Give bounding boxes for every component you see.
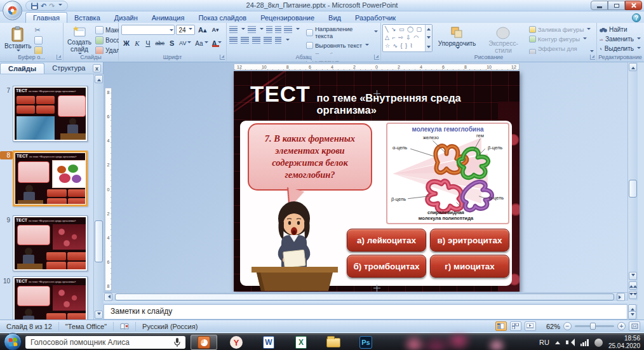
text-direction-button[interactable]: Направление текста xyxy=(305,25,379,40)
zoom-out-button[interactable]: − xyxy=(563,322,572,330)
select-button[interactable]: Выделить xyxy=(598,44,642,53)
restore-button[interactable] xyxy=(608,1,625,10)
shapes-scrollbar[interactable] xyxy=(425,25,432,51)
replace-button[interactable]: ab Заменить xyxy=(598,35,642,43)
font-size-combo[interactable]: 24 xyxy=(176,25,195,35)
justify-icon[interactable] xyxy=(264,37,272,44)
taskbar-photoshop-icon[interactable]: Ps xyxy=(352,335,379,350)
minimize-button[interactable] xyxy=(591,1,608,10)
shapes-row3-icons[interactable]: ☆ ∿ { } ⌇ xyxy=(385,42,430,50)
vertical-scrollbar[interactable] xyxy=(627,62,638,300)
font-color-button[interactable]: А xyxy=(210,38,224,48)
columns-icon[interactable] xyxy=(275,37,281,44)
shapes-row2-icons[interactable]: △ ⌐ ⇨ ⇩ ◠ xyxy=(385,34,430,42)
slide-title[interactable]: ТЕСТ по теме «Внутренняя среда организма… xyxy=(250,81,513,116)
view-normal-button[interactable] xyxy=(495,321,507,331)
tab-vid[interactable]: Вид xyxy=(321,13,348,23)
paste-button[interactable]: Вставить xyxy=(1,24,34,55)
align-text-button[interactable]: Выровнять текст xyxy=(305,41,379,50)
network-signal-icon[interactable] xyxy=(580,339,589,346)
panel-scrollbar[interactable] xyxy=(93,74,104,320)
office-button[interactable] xyxy=(3,1,22,20)
zoom-slider-thumb[interactable] xyxy=(590,323,596,330)
align-left-icon[interactable] xyxy=(229,37,238,44)
bullets-icon[interactable] xyxy=(229,26,238,33)
help-icon[interactable]: ? xyxy=(632,13,641,22)
strikethrough-button[interactable]: abc xyxy=(154,38,166,48)
find-button[interactable]: Найти xyxy=(598,25,642,34)
panel-tab-slides[interactable]: Слайды xyxy=(0,63,44,74)
tray-expand-icon[interactable] xyxy=(555,339,560,344)
thumbnail-slide-9[interactable]: 9 ТЕСТ по теме «Внутренняя среда организ… xyxy=(0,215,88,271)
taskbar-explorer-icon[interactable] xyxy=(320,335,347,350)
grow-font-button[interactable]: A▴ xyxy=(196,25,208,35)
new-slide-button[interactable]: Создать слайд xyxy=(65,24,94,58)
microphone-icon[interactable] xyxy=(174,338,180,347)
volume-icon[interactable] xyxy=(566,339,575,346)
line-spacing-icon[interactable] xyxy=(284,26,292,33)
italic-button[interactable]: К xyxy=(132,38,142,48)
panel-scroll-thumb[interactable] xyxy=(95,220,103,262)
horizontal-scrollbar[interactable] xyxy=(104,292,627,301)
view-slideshow-button[interactable] xyxy=(525,321,536,331)
change-case-button[interactable]: Aa xyxy=(194,38,210,48)
clipboard-dialog-launcher-icon[interactable] xyxy=(57,55,62,60)
tray-clock[interactable]: 18:56 25.04.2020 xyxy=(608,335,643,350)
shrink-font-button[interactable]: A▾ xyxy=(210,25,220,35)
shapes-gallery[interactable]: ╲ ↘ ▭ ◯ ▢ △ ⌐ ⇨ ⇩ ◠ ☆ ∿ { } ⌇ xyxy=(382,24,433,52)
status-spellcheck[interactable] xyxy=(114,322,136,331)
font-dialog-launcher-icon[interactable] xyxy=(220,55,225,60)
taskbar-word-icon[interactable]: W xyxy=(255,335,282,350)
align-right-icon[interactable] xyxy=(252,37,260,44)
tab-vstavka[interactable]: Вставка xyxy=(67,13,107,23)
thumbnail-slide-7[interactable]: 7 ТЕСТ по теме «Внутренняя среда организ… xyxy=(0,86,88,142)
bold-button[interactable]: Ж xyxy=(121,38,131,48)
zoom-level[interactable]: 62% xyxy=(546,323,560,330)
notes-pane[interactable]: Заметки к слайду xyxy=(104,304,627,320)
underline-button[interactable]: Ч xyxy=(143,38,153,48)
scroll-right-icon[interactable] xyxy=(617,293,625,301)
taskbar-powerpoint-icon[interactable] xyxy=(191,335,217,350)
tab-glavnaya[interactable]: Главная xyxy=(25,12,67,23)
teacher-character-image[interactable] xyxy=(252,194,338,291)
tab-razrabotchik[interactable]: Разработчик xyxy=(348,13,403,23)
previous-slide-button[interactable] xyxy=(629,281,637,290)
numbering-icon[interactable] xyxy=(248,26,256,33)
taskbar-yandex-icon[interactable]: Y xyxy=(223,335,250,350)
scroll-thumb[interactable] xyxy=(629,180,637,198)
zoom-slider[interactable] xyxy=(575,325,614,327)
answer-b-trombocity[interactable]: б) тромбоцитах xyxy=(347,255,426,278)
increase-indent-icon[interactable] xyxy=(275,26,281,33)
tab-recenzirovanie[interactable]: Рецензирование xyxy=(253,13,321,23)
tab-animaciya[interactable]: Анимация xyxy=(145,13,192,23)
scroll-up-icon[interactable] xyxy=(629,63,637,71)
zoom-in-button[interactable]: + xyxy=(617,322,626,330)
tray-language[interactable]: RU xyxy=(539,339,549,346)
align-center-icon[interactable] xyxy=(241,37,249,44)
hemoglobin-diagram[interactable]: молекула гемоглобина железо гем α-цепь β… xyxy=(386,123,509,224)
fit-to-window-button[interactable] xyxy=(629,321,640,331)
thumbnail-slide-8-selected[interactable]: 8 ТЕСТ по теме «Внутренняя среда организ… xyxy=(0,151,88,206)
thumbnail-slide-10[interactable]: 10 ТЕСТ по теме «Внутренняя среда органи… xyxy=(0,276,88,320)
taskbar-excel-icon[interactable]: X xyxy=(288,335,314,350)
paragraph-dialog-launcher-icon[interactable] xyxy=(374,55,379,60)
answer-a-leykocity[interactable]: а) лейкоцитах xyxy=(347,229,426,252)
cut-icon[interactable]: ✂ xyxy=(34,26,43,34)
decrease-indent-icon[interactable] xyxy=(266,26,272,33)
next-slide-button[interactable] xyxy=(629,291,637,299)
panel-close-icon[interactable]: x xyxy=(93,64,101,72)
view-sorter-button[interactable] xyxy=(510,321,521,331)
browser-tray-icon[interactable] xyxy=(594,339,603,347)
copy-icon[interactable] xyxy=(34,36,43,44)
tab-dizайн[interactable]: Дизайн xyxy=(107,13,145,23)
scroll-down-icon[interactable] xyxy=(629,272,637,280)
drawing-dialog-launcher-icon[interactable] xyxy=(590,55,595,60)
font-name-combo[interactable] xyxy=(121,25,175,35)
hscroll-thumb[interactable] xyxy=(115,293,614,300)
shapes-row1-icons[interactable]: ╲ ↘ ▭ ◯ ▢ xyxy=(385,25,430,34)
start-button[interactable] xyxy=(4,333,22,350)
shape-outline-button[interactable]: Контур фигуры xyxy=(528,35,595,43)
question-bubble[interactable]: 7. В каких форменных элементах крови сод… xyxy=(248,123,372,191)
tab-pokaz-slaydov[interactable]: Показ слайдов xyxy=(191,13,253,23)
panel-scroll-down-icon[interactable] xyxy=(95,311,103,319)
